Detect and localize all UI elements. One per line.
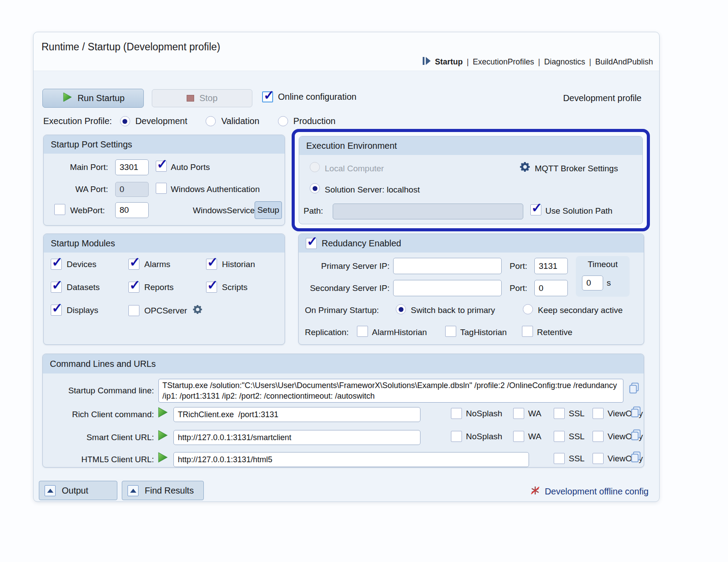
smart-viewonly-checkbox[interactable] bbox=[593, 431, 604, 442]
rich-nosplash-flag: NoSplash bbox=[451, 408, 502, 419]
datasets-checkbox[interactable] bbox=[51, 282, 62, 293]
local-computer-label: Local Computer bbox=[325, 164, 384, 174]
breadcrumb-item-startup[interactable]: Startup bbox=[435, 57, 463, 67]
html5-viewonly-checkbox[interactable] bbox=[593, 453, 604, 464]
rich-nosplash-checkbox[interactable] bbox=[451, 408, 462, 419]
rich-client-label: Rich Client command: bbox=[43, 410, 154, 419]
offline-config-status: Development offline config bbox=[530, 485, 649, 498]
use-solution-path-label: Use Solution Path bbox=[545, 206, 612, 216]
reports-checkbox[interactable] bbox=[128, 282, 139, 293]
copy-html5-client-icon[interactable] bbox=[630, 450, 643, 465]
auto-ports-checkbox[interactable] bbox=[156, 161, 167, 172]
main-port-input[interactable]: 3301 bbox=[115, 159, 149, 175]
breadcrumb-separator: | bbox=[467, 57, 469, 67]
output-panel-button[interactable]: Output bbox=[39, 481, 117, 500]
rich-nosplash-label: NoSplash bbox=[466, 409, 502, 419]
mqtt-broker-settings-label[interactable]: MQTT Broker Settings bbox=[535, 164, 618, 174]
find-results-button-label: Find Results bbox=[145, 486, 194, 496]
smart-wa-flag: WA bbox=[513, 431, 541, 442]
use-solution-path-checkbox[interactable] bbox=[530, 204, 541, 215]
mqtt-gear-icon[interactable] bbox=[520, 162, 530, 174]
opcserver-gear-icon[interactable] bbox=[193, 305, 203, 317]
module-displays: Displays bbox=[51, 305, 98, 316]
alarms-checkbox[interactable] bbox=[128, 259, 139, 270]
switch-back-radio[interactable] bbox=[396, 304, 406, 314]
solution-server-radio[interactable] bbox=[310, 183, 320, 193]
keep-secondary-radio[interactable] bbox=[523, 304, 533, 314]
local-computer-radio[interactable] bbox=[310, 162, 320, 172]
startup-modules-group: Startup Modules Devices Alarms Historian… bbox=[43, 234, 285, 345]
breadcrumb-item-buildandpublish[interactable]: BuildAndPublish bbox=[595, 57, 653, 67]
rich-client-play-icon[interactable] bbox=[157, 406, 168, 420]
execution-profile-option-validation[interactable]: Validation bbox=[206, 116, 259, 126]
validation-radio-label: Validation bbox=[221, 116, 259, 126]
primary-port-label: Port: bbox=[510, 261, 527, 271]
scripts-checkbox[interactable] bbox=[206, 282, 217, 293]
displays-checkbox[interactable] bbox=[51, 305, 62, 316]
development-radio[interactable] bbox=[120, 116, 130, 126]
secondary-server-ip-input[interactable] bbox=[393, 280, 502, 296]
breadcrumb-item-executionprofiles[interactable]: ExecutionProfiles bbox=[473, 57, 534, 67]
breadcrumb: Startup | ExecutionProfiles | Diagnostic… bbox=[422, 56, 653, 68]
webport-input[interactable]: 80 bbox=[115, 202, 149, 218]
rich-wa-label: WA bbox=[528, 409, 541, 419]
historian-checkbox[interactable] bbox=[206, 259, 217, 270]
breadcrumb-item-diagnostics[interactable]: Diagnostics bbox=[544, 57, 585, 67]
alarmhistorian-checkbox[interactable] bbox=[357, 326, 368, 337]
breadcrumb-separator: | bbox=[538, 57, 540, 67]
windows-service-setup-button[interactable]: Setup bbox=[255, 201, 282, 219]
html5-client-play-icon[interactable] bbox=[157, 451, 168, 465]
alarms-label: Alarms bbox=[144, 260, 170, 269]
output-button-label: Output bbox=[62, 486, 88, 496]
timeout-input[interactable]: 0 bbox=[582, 275, 603, 290]
execution-environment-title: Execution Environment bbox=[299, 136, 642, 155]
execution-profile-option-development[interactable]: Development bbox=[120, 116, 188, 126]
windows-authentication-checkbox[interactable] bbox=[156, 183, 167, 194]
smart-nosplash-checkbox[interactable] bbox=[451, 431, 462, 442]
rich-wa-checkbox[interactable] bbox=[513, 408, 524, 419]
online-configuration-checkbox[interactable] bbox=[262, 91, 273, 102]
redundancy-enabled-checkbox[interactable] bbox=[306, 238, 317, 249]
production-radio-label: Production bbox=[293, 116, 336, 126]
module-historian: Historian bbox=[206, 259, 255, 270]
production-radio[interactable] bbox=[278, 116, 288, 126]
devices-checkbox[interactable] bbox=[51, 259, 62, 270]
primary-server-ip-input[interactable] bbox=[393, 258, 502, 274]
path-input[interactable] bbox=[333, 204, 523, 219]
primary-port-input[interactable]: 3131 bbox=[534, 258, 568, 274]
startup-command-input[interactable]: TStartup.exe /solution:"C:\Users\User\Do… bbox=[158, 379, 623, 403]
html5-ssl-checkbox[interactable] bbox=[554, 453, 565, 464]
offline-config-icon bbox=[530, 485, 540, 498]
validation-radio[interactable] bbox=[206, 116, 216, 126]
rich-viewonly-checkbox[interactable] bbox=[593, 408, 604, 419]
path-label: Path: bbox=[304, 206, 323, 216]
copy-rich-client-icon[interactable] bbox=[630, 405, 643, 420]
module-reports: Reports bbox=[128, 282, 174, 293]
rich-ssl-checkbox[interactable] bbox=[554, 408, 565, 419]
execution-environment-highlight: Execution Environment Local Computer MQT… bbox=[292, 129, 650, 231]
smart-ssl-checkbox[interactable] bbox=[554, 431, 565, 442]
module-scripts: Scripts bbox=[206, 282, 248, 293]
stop-button[interactable]: Stop bbox=[152, 89, 252, 107]
find-results-panel-button[interactable]: Find Results bbox=[122, 481, 204, 500]
secondary-port-input[interactable]: 0 bbox=[534, 280, 568, 296]
smart-nosplash-flag: NoSplash bbox=[451, 431, 502, 442]
keep-secondary-label: Keep secondary active bbox=[538, 306, 623, 315]
run-startup-button[interactable]: Run Startup bbox=[42, 89, 144, 108]
main-port-label: Main Port: bbox=[44, 162, 108, 172]
wa-port-label: WA Port: bbox=[44, 185, 108, 194]
smart-nosplash-label: NoSplash bbox=[466, 432, 502, 441]
rich-client-input[interactable]: TRichClient.exe /port1:3131 bbox=[173, 407, 420, 422]
webport-checkbox[interactable] bbox=[54, 204, 65, 215]
execution-profile-option-production[interactable]: Production bbox=[278, 116, 336, 126]
copy-smart-client-icon[interactable] bbox=[630, 428, 643, 443]
retentive-checkbox[interactable] bbox=[522, 326, 533, 337]
html5-client-input[interactable]: http://127.0.0.1:3131/html5 bbox=[173, 452, 529, 467]
smart-wa-checkbox[interactable] bbox=[513, 431, 524, 442]
copy-startup-command-icon[interactable] bbox=[628, 381, 641, 396]
smart-client-input[interactable]: http://127.0.0.1:3131/smartclient bbox=[173, 430, 420, 445]
taghistorian-checkbox[interactable] bbox=[445, 326, 456, 337]
wa-port-input[interactable]: 0 bbox=[115, 182, 149, 197]
smart-client-play-icon[interactable] bbox=[157, 429, 168, 443]
opcserver-checkbox[interactable] bbox=[128, 305, 139, 316]
